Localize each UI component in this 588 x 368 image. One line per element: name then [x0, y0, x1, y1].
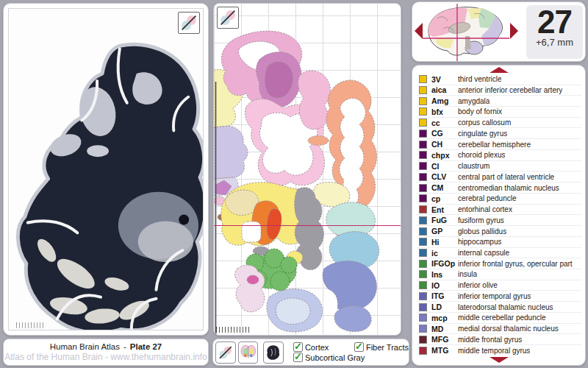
legend-abbr: IFGOp — [431, 259, 458, 268]
toggle-label: Cortex — [305, 343, 329, 352]
legend-color-chip — [419, 270, 427, 278]
legend-row[interactable]: MD medial dorsal thalamic nucleus — [417, 324, 581, 335]
slice-angle-icon — [217, 343, 234, 362]
legend-abbr: Amg — [431, 96, 458, 105]
prev-plate-arrow[interactable] — [415, 23, 423, 39]
legend-name: hippocampus — [458, 238, 501, 246]
toggle-label: Subcortical Gray — [305, 353, 365, 362]
layer-toggle[interactable]: ✓ Cortex — [293, 342, 353, 352]
legend-row[interactable]: chpx choroid plexus — [417, 150, 581, 161]
legend-name: globus pallidus — [458, 227, 506, 236]
plate-number: 27 — [526, 5, 583, 39]
diagram-view-button[interactable] — [238, 342, 259, 364]
legend-color-chip — [419, 130, 427, 138]
scroll-down-arrow[interactable] — [490, 357, 509, 363]
legend-name: insula — [458, 270, 477, 278]
legend-row[interactable]: CG cingulate gyrus — [417, 129, 581, 140]
brain-section-photo — [9, 9, 204, 330]
legend-name: anterior inferior cerebellar artery — [458, 86, 562, 94]
legend-name: corpus callosum — [458, 118, 511, 127]
legend-row[interactable]: mcp middle cerebellar peduncle — [417, 313, 581, 324]
legend-name: middle temporal gyrus — [458, 347, 530, 355]
legend-color-chip — [419, 184, 427, 192]
controls-bar: ✓ Cortex ✓ Fiber Tracts ✓ Subcortical Gr… — [212, 339, 409, 366]
plate-info-box: 27 +6,7 mm — [526, 5, 583, 59]
legend-row[interactable]: IFGOp inferior frontal gyrus, opercular … — [417, 258, 581, 269]
legend-color-chip — [419, 292, 427, 300]
legend-row[interactable]: ic internal capsule — [417, 248, 581, 259]
layer-toggle[interactable]: ✓ Fiber Tracts — [354, 342, 409, 352]
crosshair-line — [214, 225, 401, 226]
legend-abbr: IO — [431, 281, 458, 290]
legend-color-chip — [419, 151, 427, 159]
legend-name: third ventricle — [458, 75, 501, 83]
sagittal-brain-icon — [423, 4, 509, 61]
layer-toggle[interactable]: ✓ Subcortical Gray — [293, 353, 353, 362]
legend-abbr: Ins — [431, 270, 458, 279]
legend-abbr: cc — [431, 118, 458, 127]
diagram-panel[interactable] — [213, 3, 401, 336]
legend-color-chip — [419, 249, 427, 257]
legend-row[interactable]: Cl claustrum — [417, 161, 581, 172]
legend-color-chip — [419, 107, 427, 116]
photo-panel — [3, 3, 209, 336]
layer-toggles: ✓ Cortex ✓ Fiber Tracts ✓ Subcortical Gr… — [293, 342, 409, 362]
stained-section-image[interactable] — [8, 8, 204, 330]
legend-row[interactable]: CM centromedian thalamic nucleus — [417, 183, 581, 194]
legend-color-chip — [419, 314, 427, 322]
legend-row[interactable]: LD laterodorsal thalamic nucleus — [417, 302, 581, 313]
plate-label: Plate 27 — [130, 342, 162, 351]
legend-name: inferior frontal gyrus, opercular part — [458, 260, 573, 268]
legend-color-chip — [419, 336, 427, 344]
sagittal-thumbnail[interactable] — [423, 4, 509, 61]
legend-row[interactable]: Ent entorhinal cortex — [417, 205, 581, 216]
legend-row[interactable]: FuG fusiform gyrus — [417, 216, 581, 227]
legend-name: claustrum — [458, 162, 490, 170]
legend-abbr: CM — [431, 183, 458, 192]
legend-row[interactable]: cc corpus callosum — [417, 118, 581, 129]
legend-abbr: 3V — [431, 75, 458, 84]
legend-row[interactable]: MFG middle frontal gyrus — [417, 335, 581, 346]
legend-color-chip — [419, 141, 427, 149]
slice-angle-button[interactable] — [217, 7, 239, 29]
legend-row[interactable]: Hi hippocampus — [417, 237, 581, 248]
legend-color-chip — [419, 173, 427, 181]
legend-row[interactable]: GP globus pallidus — [417, 226, 581, 237]
checkbox[interactable]: ✓ — [293, 353, 303, 362]
legend-row[interactable]: cp cerebral peduncle — [417, 194, 581, 205]
legend-name: amygdala — [458, 97, 490, 105]
toggle-label: Fiber Tracts — [366, 343, 409, 352]
legend-abbr: Cl — [431, 162, 458, 171]
legend-abbr: Hi — [431, 238, 458, 247]
legend-row[interactable]: 3V third ventricle — [417, 74, 581, 85]
scale-ruler — [216, 327, 250, 333]
legend-color-chip — [419, 118, 427, 127]
legend-row[interactable]: bfx body of fornix — [417, 107, 581, 118]
legend-color-chip — [419, 347, 427, 355]
legend-row[interactable]: MTG middle temporal gyrus — [417, 345, 581, 355]
slice-angle-view-button[interactable] — [215, 342, 236, 364]
legend-color-chip — [419, 238, 427, 246]
legend-abbr: CLV — [431, 172, 458, 181]
legend-row[interactable]: Amg amygdala — [417, 96, 581, 107]
scroll-up-arrow[interactable] — [490, 67, 509, 73]
legend-row[interactable]: CLV central part of lateral ventricle — [417, 172, 581, 183]
legend-row[interactable]: CH cerebellar hemisphere — [417, 139, 581, 150]
legend-row[interactable]: ITG inferior temporal gyrus — [417, 291, 581, 302]
legend-name: middle cerebellar peduncle — [458, 314, 546, 322]
legend-row[interactable]: IO inferior olive — [417, 280, 581, 291]
plate-position: +6,7 mm — [526, 37, 583, 48]
legend-color-chip — [419, 162, 427, 170]
legend-abbr: FuG — [431, 216, 458, 224]
legend-name: cingulate gyrus — [458, 130, 507, 138]
legend-color-chip — [419, 325, 427, 333]
photo-view-button[interactable] — [263, 342, 284, 364]
next-plate-arrow[interactable] — [510, 23, 518, 39]
legend-row[interactable]: Ins insula — [417, 269, 581, 280]
atlas-title: Human Brain Atlas — [50, 342, 120, 351]
brain-diagram — [214, 4, 401, 336]
slice-angle-button[interactable] — [178, 12, 200, 34]
legend-name: internal capsule — [458, 249, 509, 257]
legend-row[interactable]: aica anterior inferior cerebellar artery — [417, 85, 581, 96]
checkbox[interactable]: ✓ — [354, 342, 364, 352]
